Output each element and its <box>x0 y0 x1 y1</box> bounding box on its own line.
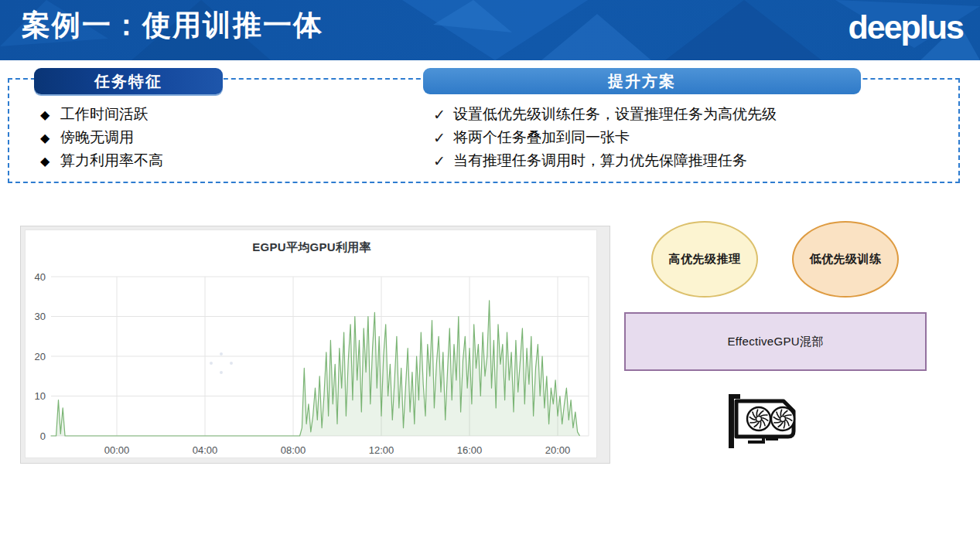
svg-text:00:00: 00:00 <box>104 444 130 456</box>
list-item: ◆ 工作时间活跃 <box>40 103 163 126</box>
svg-text:04:00: 04:00 <box>193 444 218 456</box>
features-pill-label: 任务特征 <box>94 71 162 92</box>
colocation-label: EffectiveGPU混部 <box>728 335 824 349</box>
diamond-bullet-icon: ◆ <box>40 154 60 168</box>
deeplus-logo: deeplus <box>849 11 964 44</box>
inference-label: 高优先级推理 <box>669 252 741 267</box>
feature-text: 算力利用率不高 <box>60 151 163 171</box>
features-pill: 任务特征 <box>34 68 223 94</box>
svg-text:16:00: 16:00 <box>457 444 483 456</box>
check-icon: ✓ <box>433 106 453 124</box>
chart-title: EGPU平均GPU利用率 <box>26 240 598 255</box>
training-label: 低优先级训练 <box>810 252 882 267</box>
list-item: ◆ 傍晚无调用 <box>40 126 163 149</box>
gpu-fan-icon <box>771 407 794 430</box>
svg-text:20:00: 20:00 <box>545 444 571 456</box>
plan-text: 将两个任务叠加到同一张卡 <box>453 128 630 148</box>
svg-text:10: 10 <box>35 390 46 402</box>
plan-text: 当有推理任务调用时，算力优先保障推理任务 <box>453 151 747 171</box>
plan-pill-label: 提升方案 <box>608 71 676 92</box>
svg-text:20: 20 <box>35 351 46 362</box>
low-priority-training-ellipse: 低优先级训练 <box>792 221 899 298</box>
gpu-fan-icon <box>747 407 770 430</box>
svg-text:08:00: 08:00 <box>281 444 306 456</box>
list-item: ✓ 将两个任务叠加到同一张卡 <box>433 126 777 149</box>
check-icon: ✓ <box>433 129 453 147</box>
feature-text: 工作时间活跃 <box>60 104 149 124</box>
check-icon: ✓ <box>433 152 453 170</box>
slide: 案例一：使用训推一体 deeplus 任务特征 提升方案 ◆ 工作时间活跃 ◆ … <box>0 0 980 551</box>
diamond-bullet-icon: ◆ <box>40 107 60 122</box>
svg-text:30: 30 <box>35 311 46 322</box>
gpu-card-icon <box>719 388 808 454</box>
svg-text:0: 0 <box>40 430 46 442</box>
svg-text:12:00: 12:00 <box>369 444 394 456</box>
gpu-utilization-chart: 01020304000:0004:0008:0012:0016:0020:00 … <box>25 230 597 458</box>
list-item: ✓ 设置低优先级训练任务，设置推理任务为高优先级 <box>433 103 777 126</box>
plan-text: 设置低优先级训练任务，设置推理任务为高优先级 <box>453 104 777 124</box>
effectivegpu-colocation-box: EffectiveGPU混部 <box>624 312 927 371</box>
list-item: ◆ 算力利用率不高 <box>40 149 163 172</box>
plan-pill: 提升方案 <box>423 68 861 94</box>
gpu-connector <box>741 437 763 442</box>
high-priority-inference-ellipse: 高优先级推理 <box>651 221 758 298</box>
features-list: ◆ 工作时间活跃 ◆ 傍晚无调用 ◆ 算力利用率不高 <box>40 103 163 172</box>
gpu-utilization-chart-frame: 01020304000:0004:0008:0012:0016:0020:00 … <box>20 226 610 464</box>
plan-list: ✓ 设置低优先级训练任务，设置推理任务为高优先级 ✓ 将两个任务叠加到同一张卡 … <box>433 103 777 172</box>
list-item: ✓ 当有推理任务调用时，算力优先保障推理任务 <box>433 149 777 172</box>
slide-header: 案例一：使用训推一体 deeplus <box>0 0 980 60</box>
diamond-bullet-icon: ◆ <box>40 131 60 145</box>
feature-text: 傍晚无调用 <box>60 128 134 148</box>
chart-canvas: 01020304000:0004:0008:0012:0016:0020:00 <box>26 230 598 459</box>
svg-text:40: 40 <box>35 271 46 283</box>
page-title: 案例一：使用训推一体 <box>22 6 323 45</box>
